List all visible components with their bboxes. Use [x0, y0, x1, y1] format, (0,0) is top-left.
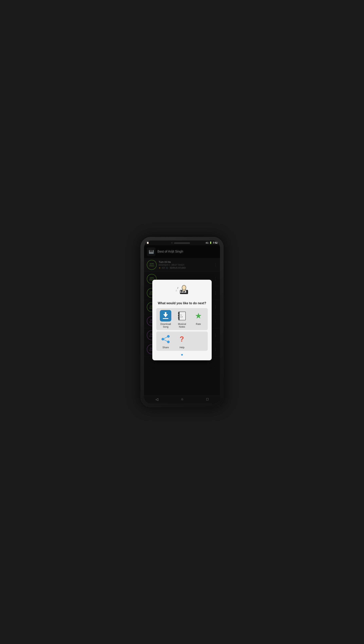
rate-icon: ★: [193, 310, 204, 322]
share-svg: [161, 334, 170, 344]
svg-line-23: [163, 336, 168, 339]
action-dialog: ♪ ♩ What would you like to do next?: [152, 280, 212, 360]
download-song-label: Download Song: [158, 323, 173, 328]
home-button[interactable]: ○: [177, 396, 187, 403]
dialog-title: What would you like to do next?: [156, 301, 208, 305]
share-label: Share: [162, 346, 169, 349]
clock: 7:52: [213, 242, 218, 244]
camera: [171, 242, 173, 244]
recent-button[interactable]: □: [202, 396, 212, 403]
svg-text:♩: ♩: [176, 289, 177, 292]
dialog-actions-row1: Download Song ♪♩ ♫♬: [156, 308, 208, 330]
rate-label: Rate: [196, 323, 201, 325]
help-label: Help: [180, 346, 184, 349]
share-button[interactable]: Share: [158, 333, 173, 349]
arrow-head: [163, 314, 168, 317]
svg-line-24: [163, 339, 168, 342]
svg-rect-6: [181, 290, 182, 292]
battery-icon: 🔋: [209, 242, 212, 244]
help-icon: ?: [176, 333, 188, 345]
svg-rect-19: [178, 317, 179, 319]
back-button[interactable]: ◁: [152, 396, 162, 403]
speaker: [174, 243, 190, 244]
arrow-stem: [165, 312, 166, 314]
notes-icon: ♪♩ ♫♬: [176, 310, 188, 322]
nav-bar: ◁ ○ □: [144, 395, 220, 404]
notification-icon: 📋: [146, 242, 149, 244]
svg-text:♪♩: ♪♩: [180, 314, 182, 316]
arrow-base: [163, 318, 168, 319]
musical-notes-label: Musical Notes: [175, 323, 190, 328]
svg-text:?: ?: [180, 335, 184, 343]
svg-text:♪: ♪: [177, 286, 178, 289]
app-screen: 🎹 Best of Arijit Singh 337K Views Tum Hi…: [144, 245, 220, 395]
logo-svg: ♪ ♩: [174, 284, 190, 298]
status-left: 📋: [146, 242, 149, 244]
download-arrow-icon: [163, 313, 168, 319]
page-indicator: [156, 353, 208, 356]
empty-slot: [191, 333, 206, 349]
share-icon: [160, 333, 171, 345]
status-right: 4G 🔋 7:52: [206, 242, 218, 244]
dialog-actions-row2: Share ? Help: [156, 331, 208, 351]
indicator-dot: [181, 354, 183, 356]
musical-notes-button[interactable]: ♪♩ ♫♬ Musical Notes: [175, 310, 190, 328]
dialog-logo: ♪ ♩: [156, 284, 208, 299]
svg-rect-5: [185, 290, 186, 293]
download-song-button[interactable]: Download Song: [158, 310, 173, 328]
svg-rect-18: [178, 315, 179, 316]
signal-icon: 4G: [206, 242, 208, 244]
rate-button[interactable]: ★ Rate: [191, 310, 206, 328]
phone-frame: 📋 4G 🔋 7:52 🎹 Best of Arijit Singh: [140, 237, 224, 407]
help-button[interactable]: ? Help: [175, 333, 190, 349]
notes-book-svg: ♪♩ ♫♬: [177, 311, 187, 321]
download-icon: [160, 310, 171, 322]
svg-point-0: [182, 285, 186, 290]
svg-text:♫♬: ♫♬: [180, 316, 183, 318]
help-svg: ?: [177, 334, 187, 344]
svg-rect-17: [178, 313, 179, 314]
phone-screen: 📋 4G 🔋 7:52 🎹 Best of Arijit Singh: [144, 241, 220, 404]
dialog-overlay: ♪ ♩ What would you like to do next?: [144, 245, 220, 395]
